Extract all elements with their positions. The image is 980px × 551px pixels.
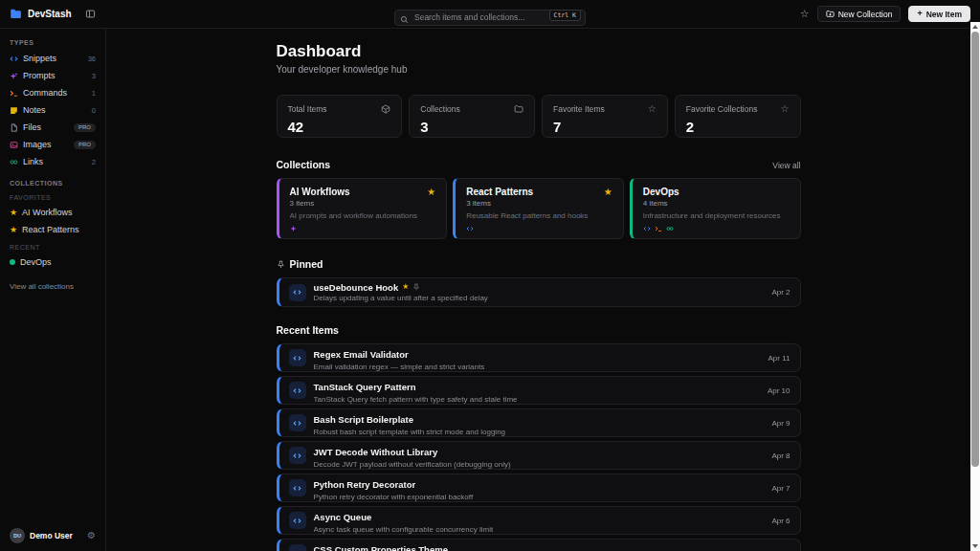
pinned-item-usedebounce-hook[interactable]: useDebounce Hook ★ Delays updating a val… bbox=[277, 277, 801, 307]
item-python-retry-decorator[interactable]: Python Retry Decorator Python retry deco… bbox=[277, 474, 801, 502]
code-icon bbox=[289, 284, 306, 301]
note-icon bbox=[10, 106, 18, 115]
code-icon bbox=[289, 512, 306, 529]
collection-color-dot bbox=[10, 259, 15, 265]
scroll-up-arrow[interactable] bbox=[972, 25, 978, 29]
collection-item-count: 4 items bbox=[643, 199, 790, 208]
code-icon bbox=[289, 414, 306, 431]
collection-label: AI Workflows bbox=[22, 208, 96, 217]
stat-card-total-items[interactable]: Total Items 42 bbox=[277, 95, 403, 138]
scrollbar-thumb[interactable] bbox=[971, 32, 979, 467]
item-description: Email validation regex — simple and stri… bbox=[314, 363, 761, 371]
sidebar-item-commands[interactable]: Commands 1 bbox=[10, 84, 96, 101]
view-all-link[interactable]: View all bbox=[772, 161, 800, 170]
collection-description: AI prompts and workflow automations bbox=[290, 211, 436, 220]
vertical-scrollbar[interactable] bbox=[970, 22, 980, 551]
sidebar-item-label: Images bbox=[23, 140, 69, 149]
stat-value: 42 bbox=[288, 119, 391, 135]
sidebar-item-links[interactable]: Links 2 bbox=[10, 153, 96, 170]
code-icon bbox=[466, 225, 474, 232]
item-date: Apr 11 bbox=[768, 354, 791, 363]
stat-label: Total Items bbox=[288, 104, 327, 114]
item-title: TanStack Query Pattern bbox=[314, 382, 416, 392]
top-bar: DevStash Ctrl K ☆ New Collection + New I… bbox=[0, 0, 980, 29]
sidebar-toggle-icon[interactable] bbox=[85, 9, 96, 19]
sidebar: TYPES Snippets 36 Prompts 3 Commands 1 N… bbox=[0, 29, 106, 551]
collection-label: DevOps bbox=[20, 257, 96, 267]
collection-description: Reusable React patterns and hooks bbox=[466, 211, 612, 220]
item-async-queue[interactable]: Async Queue Async task queue with config… bbox=[277, 506, 801, 535]
collections-title: Collections bbox=[277, 159, 331, 170]
item-regex-email-validator[interactable]: Regex Email Validator Email validation r… bbox=[277, 343, 801, 372]
user-menu[interactable]: DU Demo User ⚙ bbox=[10, 528, 96, 543]
star-icon: ☆ bbox=[648, 104, 657, 114]
star-icon[interactable]: ★ bbox=[427, 187, 435, 197]
item-date: Apr 10 bbox=[768, 386, 791, 395]
item-date: Apr 7 bbox=[771, 484, 790, 493]
sidebar-item-label: Snippets bbox=[23, 54, 83, 63]
pinned-title: Pinned bbox=[290, 258, 323, 270]
sidebar-item-prompts[interactable]: Prompts 3 bbox=[10, 67, 96, 84]
sidebar-item-notes[interactable]: Notes 0 bbox=[10, 101, 96, 119]
item-title: Async Queue bbox=[314, 512, 372, 522]
code-icon bbox=[289, 544, 306, 551]
sidebar-item-label: Notes bbox=[23, 105, 87, 115]
sidebar-collection-react-patterns[interactable]: ★ React Patterns bbox=[10, 221, 96, 238]
item-tanstack-query-pattern[interactable]: TanStack Query Pattern TanStack Query fe… bbox=[277, 376, 801, 405]
view-all-collections-link[interactable]: View all collections bbox=[10, 282, 96, 291]
item-title: Regex Email Validator bbox=[314, 349, 409, 360]
collection-label: React Patterns bbox=[22, 225, 96, 234]
pin-icon bbox=[277, 260, 285, 269]
stat-card-collections[interactable]: Collections 3 bbox=[409, 95, 535, 138]
scroll-down-arrow[interactable] bbox=[972, 544, 978, 548]
sidebar-item-snippets[interactable]: Snippets 36 bbox=[10, 50, 96, 67]
link-icon bbox=[10, 158, 18, 166]
star-icon[interactable]: ★ bbox=[604, 187, 612, 197]
sparkles-icon bbox=[290, 225, 298, 232]
app-name: DevStash bbox=[28, 9, 72, 19]
sidebar-item-label: Links bbox=[23, 157, 87, 166]
item-title: JWT Decode Without Library bbox=[314, 447, 438, 457]
page-title: Dashboard bbox=[277, 42, 801, 61]
item-bash-script-boilerplate[interactable]: Bash Script Boilerplate Robust bash scri… bbox=[277, 408, 801, 437]
code-icon bbox=[289, 349, 306, 366]
favorites-star-icon[interactable]: ☆ bbox=[800, 9, 810, 19]
folder-logo-icon bbox=[10, 8, 22, 20]
collection-card-ai-workflows[interactable]: AI Workflows ★ 3 items AI prompts and wo… bbox=[277, 178, 448, 239]
collection-name: AI Workflows bbox=[290, 187, 350, 197]
stat-card-favorite-items[interactable]: Favorite Items ☆ 7 bbox=[542, 95, 668, 138]
gear-icon[interactable]: ⚙ bbox=[87, 531, 96, 540]
recent-items-header: Recent Items bbox=[277, 324, 801, 336]
link-icon bbox=[666, 225, 674, 232]
item-description: Decode JWT payload without verification … bbox=[314, 460, 765, 469]
favorites-sub-label: FAVORITES bbox=[10, 194, 96, 201]
sidebar-collection-ai-workflows[interactable]: ★ AI Workflows bbox=[10, 204, 96, 221]
code-icon bbox=[289, 479, 306, 496]
sidebar-collection-devops[interactable]: DevOps bbox=[10, 253, 96, 271]
plus-icon: + bbox=[917, 10, 922, 18]
search-shortcut-badge: Ctrl K bbox=[549, 10, 581, 21]
item-description: Python retry decorator with exponential … bbox=[314, 493, 765, 501]
item-date: Apr 9 bbox=[771, 419, 790, 428]
collection-card-devops[interactable]: DevOps 4 items Infrastructure and deploy… bbox=[630, 178, 801, 239]
top-bar-actions: ☆ New Collection + New Item bbox=[800, 6, 970, 22]
new-item-label: New Item bbox=[926, 10, 962, 19]
item-css-custom-properties-theme[interactable]: CSS Custom Properties Theme CSS custom p… bbox=[277, 539, 801, 551]
item-date: Apr 6 bbox=[771, 517, 790, 525]
stat-card-favorite-collections[interactable]: Favorite Collections ☆ 2 bbox=[675, 95, 801, 138]
sidebar-item-files[interactable]: Files PRO bbox=[10, 119, 96, 136]
sidebar-item-images[interactable]: Images PRO bbox=[10, 136, 96, 153]
image-icon bbox=[10, 141, 18, 149]
new-collection-button[interactable]: New Collection bbox=[817, 6, 902, 22]
app-logo: DevStash bbox=[10, 8, 96, 20]
star-icon: ☆ bbox=[781, 104, 790, 114]
item-jwt-decode-without-library[interactable]: JWT Decode Without Library Decode JWT pa… bbox=[277, 441, 801, 470]
collection-card-react-patterns[interactable]: React Patterns ★ 3 items Reusable React … bbox=[453, 178, 624, 239]
code-icon bbox=[289, 447, 306, 464]
pinned-header: Pinned bbox=[277, 258, 801, 270]
pin-icon bbox=[412, 283, 420, 291]
pro-badge: PRO bbox=[74, 141, 96, 149]
new-item-button[interactable]: + New Item bbox=[908, 6, 970, 22]
code-icon bbox=[10, 55, 18, 63]
recent-items-list: Regex Email Validator Email validation r… bbox=[277, 343, 801, 551]
